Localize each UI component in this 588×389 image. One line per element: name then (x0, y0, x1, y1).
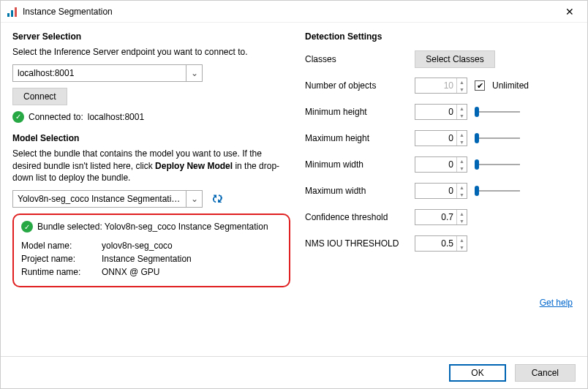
refresh-icon[interactable]: 🗘 (210, 192, 225, 206)
min-width-label: Minimum width (305, 159, 415, 170)
chevron-down-icon: ⌄ (186, 191, 202, 207)
svg-rect-0 (7, 13, 10, 17)
spinner[interactable]: ▲▼ (456, 184, 467, 198)
max-width-input[interactable]: ▲▼ (415, 183, 467, 199)
spinner[interactable]: ▲▼ (456, 105, 467, 119)
cancel-button[interactable]: Cancel (515, 364, 576, 382)
num-objects-label: Number of objects (305, 80, 415, 91)
bundle-status-text: Bundle selected: Yolov8n-seg_coco Instan… (37, 221, 268, 233)
max-height-label: Maximum height (305, 133, 415, 143)
spinner[interactable]: ▲▼ (456, 157, 467, 172)
connected-value: localhost:8001 (88, 112, 144, 122)
chevron-down-icon: ⌄ (186, 65, 202, 81)
max-width-slider[interactable] (475, 190, 520, 192)
server-selection-heading: Server Selection (12, 31, 290, 42)
spinner[interactable]: ▲▼ (456, 236, 467, 251)
app-icon (7, 6, 18, 18)
min-width-input[interactable]: ▲▼ (415, 156, 467, 173)
runtime-name-value: ONNX @ GPU (102, 267, 160, 277)
server-endpoint-value: localhost:8001 (13, 65, 186, 81)
model-hint: Select the bundle that contains the mode… (12, 148, 290, 184)
confidence-label: Confidence threshold (305, 212, 415, 222)
max-width-label: Maximum width (305, 186, 415, 196)
num-objects-input[interactable]: ▲▼ (415, 78, 467, 94)
model-name-label: Model name: (21, 241, 102, 251)
max-height-slider[interactable] (475, 137, 520, 139)
min-width-slider[interactable] (475, 164, 520, 165)
server-hint: Select the Inference Server endpoint you… (12, 46, 290, 58)
nms-input[interactable]: ▲▼ (415, 235, 467, 252)
detection-settings-heading: Detection Settings (305, 31, 576, 42)
max-height-input[interactable]: ▲▼ (415, 130, 467, 146)
min-height-label: Minimum height (305, 107, 415, 117)
ok-button[interactable]: OK (449, 364, 505, 382)
unlimited-checkbox[interactable]: ✔ (475, 80, 485, 91)
spinner[interactable]: ▲▼ (456, 210, 467, 224)
check-circle-icon: ✓ (12, 111, 24, 123)
nms-label: NMS IOU THRESHOLD (305, 238, 415, 249)
model-name-value: yolov8n-seg_coco (102, 241, 173, 251)
connection-status: ✓ Connected to: localhost:8001 (12, 111, 290, 123)
min-height-input[interactable]: ▲▼ (415, 104, 467, 120)
close-icon[interactable]: ✕ (558, 6, 581, 18)
connected-prefix: Connected to: (29, 112, 83, 122)
spinner[interactable]: ▲▼ (456, 131, 467, 146)
model-bundle-value: Yolov8n-seg_coco Instance Segmentati… (13, 191, 186, 207)
get-help-link[interactable]: Get help (540, 298, 573, 308)
svg-rect-1 (11, 10, 13, 17)
check-circle-icon: ✓ (21, 221, 33, 233)
model-selection-heading: Model Selection (12, 133, 290, 143)
spinner[interactable]: ▲▼ (456, 78, 467, 93)
connect-button[interactable]: Connect (12, 88, 67, 105)
server-endpoint-combo[interactable]: localhost:8001 ⌄ (12, 64, 203, 82)
project-name-label: Project name: (21, 254, 102, 264)
min-height-slider[interactable] (475, 111, 520, 113)
classes-label: Classes (305, 54, 415, 64)
model-bundle-combo[interactable]: Yolov8n-seg_coco Instance Segmentati… ⌄ (12, 190, 203, 208)
bundle-info-box: ✓ Bundle selected: Yolov8n-seg_coco Inst… (12, 214, 290, 287)
confidence-input[interactable]: ▲▼ (415, 209, 467, 225)
window-title: Instance Segmentation (23, 7, 558, 17)
runtime-name-label: Runtime name: (21, 267, 102, 277)
select-classes-button[interactable]: Select Classes (415, 50, 495, 68)
svg-rect-2 (15, 7, 17, 17)
titlebar: Instance Segmentation ✕ (1, 1, 587, 23)
project-name-value: Instance Segmentation (102, 254, 192, 264)
unlimited-label: Unlimited (492, 80, 529, 91)
